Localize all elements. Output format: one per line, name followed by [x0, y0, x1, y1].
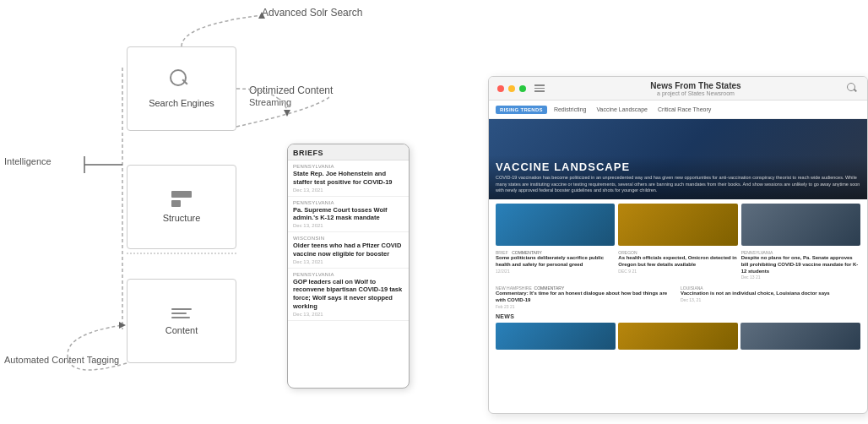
nav-rising-trends[interactable]: RISING TRENDS [496, 106, 547, 114]
strip-img-3 [741, 323, 860, 350]
maximize-dot [519, 85, 526, 92]
structure-box: Structure [127, 165, 236, 249]
article-card-2: OREGON As health officials expected, Omi… [618, 250, 737, 280]
card1-headline: Some politicians deliberately sacrifice … [496, 255, 615, 269]
advanced-solr-label: Advanced Solr Search [262, 7, 362, 19]
card2-date: DEC 9 21 [618, 269, 737, 274]
phone-mockup: BRIEFS PENNSYLVANIA State Rep. Joe Hohen… [287, 144, 410, 389]
site-title: News From The States [549, 81, 843, 90]
article-1-state: PENNSYLVANIA [293, 164, 404, 169]
phone-article-1: PENNSYLVANIA State Rep. Joe Hohenstein a… [288, 160, 409, 197]
structure-icon [171, 191, 192, 208]
article-4-date: Dec 13, 2021 [293, 312, 404, 317]
content-label: Content [165, 325, 198, 335]
content-box: Content [127, 279, 236, 363]
bottom1-headline: Commentary: It's time for an honest dial… [496, 291, 675, 304]
strip-img-2 [618, 323, 738, 350]
hero-body: COVID-19 vaccination has become politici… [496, 175, 860, 194]
bottom1-date: Feb 23 21 [496, 304, 675, 309]
bottom2-headline: Vaccination is not an individual choice,… [681, 291, 860, 297]
article-4-title: GOP leaders call on Wolf to reconvene bi… [293, 278, 404, 311]
bottom-article-2: LOUISIANA Vaccination is not an individu… [681, 285, 860, 309]
article-2-state: PENNSYLVANIA [293, 200, 404, 205]
card3-headline: Despite no plans for one, Pa. Senate app… [741, 255, 860, 275]
browser-hero: VACCINE LANDSCAPE COVID-19 vaccination h… [489, 119, 867, 199]
article-card-1: BRIEF COMMENTARY Some politicians delibe… [496, 250, 615, 280]
article-1-date: Dec 13, 2021 [293, 188, 404, 193]
hero-title: VACCINE LANDSCAPE [496, 160, 860, 173]
search-engines-icon [170, 69, 193, 93]
article-cards-row: BRIEF COMMENTARY Some politicians delibe… [489, 250, 867, 283]
browser-chrome: News From The States a project of States… [489, 77, 867, 101]
search-engines-label: Search Engines [149, 98, 214, 108]
content-icon [171, 307, 192, 320]
intelligence-label: Intelligence [4, 156, 52, 166]
automated-tagging-label: Automated Content Tagging [4, 355, 119, 365]
phone-article-4: PENNSYLVANIA GOP leaders call on Wolf to… [288, 269, 409, 321]
svg-marker-4 [284, 110, 290, 117]
hamburger-icon[interactable] [534, 84, 545, 92]
news-section-label: NEWS [489, 312, 867, 319]
nav-redistricting[interactable]: Redistricting [551, 105, 590, 114]
article-4-state: PENNSYLVANIA [293, 272, 404, 277]
article-1-title: State Rep. Joe Hohenstein and staffer te… [293, 170, 404, 187]
phone-article-2: PENNSYLVANIA Pa. Supreme Court tosses Wo… [288, 197, 409, 233]
browser-mockup: News From The States a project of States… [488, 76, 868, 414]
article-3-title: Older teens who had a Pfizer COVID vacci… [293, 242, 404, 258]
structure-label: Structure [163, 213, 201, 223]
card3-date: Dec 13 21 [741, 275, 860, 280]
article-2-title: Pa. Supreme Court tosses Wolf admin.'s K… [293, 206, 404, 223]
hero-overlay: VACCINE LANDSCAPE COVID-19 vaccination h… [489, 155, 867, 199]
article-3-date: Dec 13, 2021 [293, 259, 404, 264]
phone-article-3: WISCONSIN Older teens who had a Pfizer C… [288, 232, 409, 269]
browser-title-area: News From The States a project of States… [549, 81, 843, 96]
briefs-title: BRIEFS [293, 149, 404, 157]
phone-header: BRIEFS [288, 144, 409, 160]
mid-card-center [618, 204, 737, 246]
nav-vaccine[interactable]: Vaccine Landscape [593, 105, 651, 114]
svg-marker-5 [119, 322, 126, 329]
bottom2-date: Dec 13, 21 [681, 297, 860, 302]
close-dot [497, 85, 504, 92]
search-engines-box: Search Engines [127, 46, 236, 131]
site-tagline: a project of States Newsroom [549, 90, 843, 96]
browser-search-icon[interactable] [847, 83, 859, 95]
browser-nav: RISING TRENDS Redistricting Vaccine Land… [489, 101, 867, 119]
mid-card-right [741, 204, 860, 246]
mid-card-left [496, 204, 615, 246]
mid-cards-grid [489, 199, 867, 250]
diagram-area: Advanced Solr Search Optimized Content S… [0, 0, 329, 424]
optimized-content-label: Optimized Content Streaming [249, 84, 333, 108]
strip-img-1 [496, 323, 616, 350]
bottom-image-strip [489, 319, 867, 353]
bottom-article-strip: NEW HAMPSHIRE Commentary Commentary: It'… [489, 283, 867, 312]
article-3-state: WISCONSIN [293, 236, 404, 241]
card2-headline: As health officials expected, Omicron de… [618, 255, 737, 269]
article-2-date: Dec 13, 2021 [293, 223, 404, 228]
card1-date: 12/2/21 [496, 269, 615, 274]
minimize-dot [508, 85, 515, 92]
article-card-3: PENNSYLVANIA Despite no plans for one, P… [741, 250, 860, 280]
nav-critical-race[interactable]: Critical Race Theory [654, 105, 714, 114]
bottom-article-1: NEW HAMPSHIRE Commentary Commentary: It'… [496, 285, 675, 309]
